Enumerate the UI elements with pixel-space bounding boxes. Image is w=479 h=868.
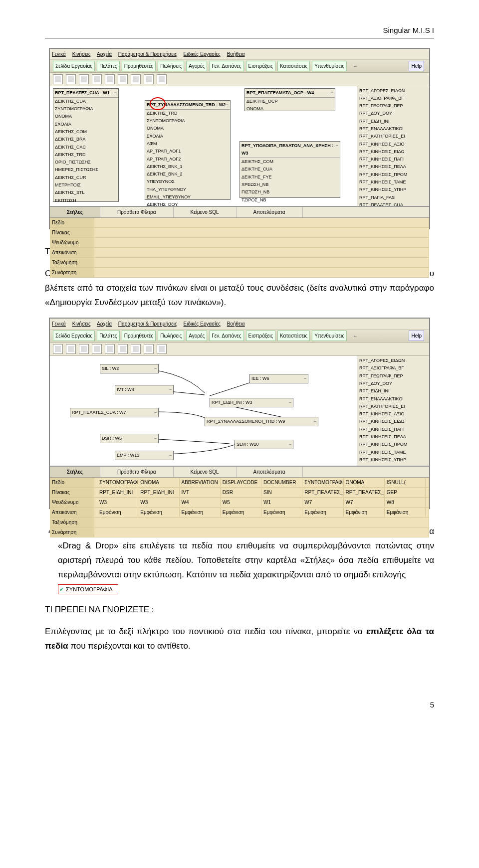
field-row[interactable]: ΤΗΛ_ΥΠΕΥΘΥΝΟΥ <box>145 186 230 193</box>
side-list-item[interactable]: RPT_ΑΓΟΡΕΣ_ΕΙΔΩΝ <box>358 87 428 95</box>
bottom-tab[interactable]: Κείμενο SQL <box>174 207 237 217</box>
field-row[interactable]: ΔΕΙΚΤΗΣ_COM <box>53 128 118 136</box>
field-row[interactable]: ΣΥΝΤΟΜΟΓΡΑΦΙΑ <box>53 105 118 113</box>
field-row[interactable]: ΔΕΙΚΤΗΣ_OCP <box>245 98 335 105</box>
side-list-item[interactable]: RPT_ΚΙΝΗΣΕΙΣ_ΠΑΓΙ <box>358 426 428 433</box>
grid-cell[interactable]: Εμφάνιση <box>138 508 179 517</box>
side-list-item[interactable]: RPT_ΕΝΑΛΛΑΚΤΙΚΟΙ <box>358 125 428 133</box>
side-list-item[interactable]: RPT_ΑΞΙΟΓΡΑΦΑ_ΒΓ <box>358 95 428 102</box>
field-row[interactable]: ΕΚΠΤΩΣΗ <box>53 197 118 204</box>
tables-side-list[interactable]: RPT_ΑΓΟΡΕΣ_ΕΙΔΩΝRPT_ΑΞΙΟΓΡΑΦΑ_ΒΓRPT_ΓΕΩΓ… <box>357 356 429 466</box>
design-canvas[interactable]: SIL : W2− IVT : W4− RPT_ΠΕΛΑΤΕΣ_CUA : W7… <box>50 356 357 466</box>
grid-cell[interactable]: GEP <box>385 488 426 497</box>
field-row[interactable]: ΟΡΙΟ_ΠΙΣΤΩΣΗΣ <box>53 159 118 166</box>
menu-item[interactable]: Παράμετροι & Προτιμήσεις <box>118 51 177 57</box>
collapse-icon[interactable]: − <box>336 142 338 158</box>
field-row[interactable]: ΔΕΙΚΤΗΣ_CUA <box>240 166 340 173</box>
grid-cell[interactable]: IVT <box>180 488 221 497</box>
toolbar-icon[interactable] <box>66 344 76 354</box>
side-list-item[interactable]: RPT_ΚΙΝΗΣΕΙΣ_ΠΕΛΑ <box>358 163 428 171</box>
field-row[interactable]: ΑΡ_ΤΡΑΠ_ΛΟΓ2 <box>145 156 230 163</box>
tables-side-list[interactable]: RPT_ΑΓΟΡΕΣ_ΕΙΔΩΝRPT_ΑΞΙΟΓΡΑΦΑ_ΒΓRPT_ΓΕΩΓ… <box>357 86 429 206</box>
grid-cell[interactable]: ΟΝΟΜΑ <box>138 478 179 487</box>
toolbar-icon[interactable] <box>144 344 154 354</box>
table-node[interactable]: IVT : W4− <box>115 385 174 394</box>
menu-item[interactable]: Βοήθεια <box>227 51 245 57</box>
menu-item[interactable]: Γενικά <box>52 51 66 57</box>
tab[interactable]: Σελίδα Εργασίας <box>53 331 95 341</box>
grid-cell[interactable]: W7 <box>302 498 343 507</box>
grid-cell[interactable]: Εμφάνιση <box>344 508 385 517</box>
field-row[interactable]: ΟΝΟΜΑ <box>245 105 335 113</box>
field-row[interactable]: ΔΕΙΚΤΗΣ_CUR <box>53 174 118 181</box>
toolbar-icon[interactable] <box>53 344 63 354</box>
side-list-item[interactable]: RPT_ΚΙΝΗΣΕΙΣ_ΠΡΟΜ <box>358 171 428 178</box>
menu-item[interactable]: Γενικά <box>52 321 66 327</box>
field-row[interactable]: ΟΝΟΜΑ <box>145 125 230 132</box>
field-row[interactable]: ΔΕΙΚΤΗΣ_BRA <box>53 136 118 143</box>
toolbar-icon[interactable] <box>157 344 167 354</box>
bottom-tab[interactable]: Στήλες <box>50 467 100 477</box>
toolbar-icon[interactable] <box>53 74 63 84</box>
grid-cell[interactable]: W4 <box>180 498 221 507</box>
tab[interactable]: Προμηθευτές <box>122 331 156 341</box>
side-list-item[interactable]: RPT_ΚΑΤΗΓΟΡΙΕΣ_ΕΙ <box>358 403 428 410</box>
grid-cell[interactable]: W3 <box>138 498 179 507</box>
collapse-icon[interactable]: − <box>226 101 229 109</box>
side-list-item[interactable]: RPT_ΚΙΝΗΣΕΙΣ_ΥΠΗΡ <box>358 186 428 193</box>
tab[interactable]: Πωλήσεις <box>158 331 184 341</box>
tab[interactable]: Πελάτες <box>97 61 120 71</box>
grid-cell[interactable]: W5 <box>221 498 261 507</box>
menu-item[interactable]: Κινήσεις <box>72 51 91 57</box>
table-box-trd[interactable]: RPT_ΣΥΝΑΛΛΑΣΣΟΜΕΝΟΙ_TRD : W2− ΔΕΙΚΤΗΣ_TR… <box>145 100 231 200</box>
side-list-item[interactable]: RPT_ΔΟΥ_DOY <box>358 110 428 117</box>
design-canvas[interactable]: RPT_ΠΕΛΑΤΕΣ_CUA : W1− ΔΕΙΚΤΗΣ_CUAΣΥΝΤΟΜΟ… <box>50 86 357 206</box>
side-list-item[interactable]: RPT_ΚΑΤΗΓΟΡΙΕΣ_ΕΙ <box>358 133 428 140</box>
back-arrow-icon[interactable]: ← <box>353 332 358 340</box>
side-list-item[interactable]: RPT_ΕΝΑΛΛΑΚΤΙΚΟΙ <box>358 395 428 403</box>
grid-cell[interactable]: ΟΝΟΜΑ <box>344 478 385 487</box>
help-button[interactable]: Help <box>409 61 424 71</box>
tab[interactable]: Πωλήσεις <box>158 61 184 71</box>
toolbar-icon[interactable] <box>144 74 154 84</box>
field-row[interactable]: ΔΕΙΚΤΗΣ_COM <box>240 158 340 166</box>
field-row[interactable]: ΔΕΙΚΤΗΣ_CUA <box>53 98 118 105</box>
grid-cell[interactable]: DSR <box>221 488 261 497</box>
grid-cell[interactable]: W7 <box>344 498 385 507</box>
table-node[interactable]: RPT_ΣΥΝΑΛΛΑΣΣΟΜΕΝΟΙ_TRD : W9− <box>205 417 318 426</box>
field-row[interactable]: ΑΦΜ <box>145 140 230 148</box>
field-row[interactable]: ΗΜΕΡΕΣ_ΠΙΣΤΩΣΗΣ <box>53 166 118 174</box>
grid-cell[interactable]: Εμφάνιση <box>302 508 343 517</box>
grid-cell[interactable]: ISNULL( <box>385 478 426 487</box>
tab[interactable]: Προμηθευτές <box>122 61 156 71</box>
tab[interactable]: Καταστάσεις <box>277 61 310 71</box>
side-list-item[interactable]: RPT_ΠΑΓΙΑ_FAS <box>358 194 428 201</box>
side-list-item[interactable]: RPT_ΚΙΝΗΣΕΙΣ_ΧΡΕΩ <box>358 464 428 466</box>
toolbar-icon[interactable] <box>118 344 128 354</box>
field-row[interactable]: ΑΝΕΞ_ΑΞΙΟΓΡΑΦΑ_NB <box>240 204 340 206</box>
grid-cell[interactable]: RPT_ΠΕΛΑΤΕΣ_CUA <box>344 488 385 497</box>
grid-cell[interactable]: SIN <box>261 488 302 497</box>
table-node[interactable]: EMP : W11− <box>115 451 174 460</box>
tab[interactable]: Καταστάσεις <box>277 331 310 341</box>
grid-cell[interactable]: RPT_ΠΕΛΑΤΕΣ_CUA <box>302 488 343 497</box>
menu-item[interactable]: Ειδικές Εργασίες <box>183 321 221 327</box>
side-list-item[interactable]: RPT_ΚΙΝΗΣΕΙΣ_ΑΞΙΟ <box>358 141 428 148</box>
table-node[interactable]: IEE : W6− <box>249 374 308 383</box>
field-row[interactable]: ΔΕΙΚΤΗΣ_BNK_1 <box>145 163 230 171</box>
back-arrow-icon[interactable]: ← <box>353 62 358 70</box>
grid-cell[interactable]: Εμφάνιση <box>261 508 302 517</box>
tab[interactable]: Εισπράξεις <box>246 61 275 71</box>
table-box-ypoloipa[interactable]: RPT_ΥΠΟΛΟΙΠΑ_ΠΕΛΑΤΩΝ_ΑΝΑ_ΧΡΗΣΗ : W3− ΔΕΙ… <box>240 141 340 198</box>
tab[interactable]: Υπενθυμίσεις <box>312 61 347 71</box>
side-list-item[interactable]: RPT_ΚΙΝΗΣΕΙΣ_ΠΡΟΜ <box>358 441 428 448</box>
side-list-item[interactable]: RPT_ΕΙΔΗ_INI <box>358 118 428 125</box>
help-button[interactable]: Help <box>409 331 424 341</box>
tab[interactable]: Πελάτες <box>97 331 120 341</box>
side-list-item[interactable]: RPT_ΓΕΩΓΡΑΦ_ΠΕΡ <box>358 372 428 380</box>
grid-cell[interactable]: DISPLAYCODE <box>221 478 261 487</box>
field-row[interactable]: ΔΕΙΚΤΗΣ_SHV <box>53 204 118 206</box>
side-list-item[interactable]: RPT_ΚΙΝΗΣΕΙΣ_ΑΞΙΟ <box>358 410 428 418</box>
field-row[interactable]: ΔΕΙΚΤΗΣ_CAC <box>53 144 118 151</box>
grid-cell[interactable]: Εμφάνιση <box>97 508 138 517</box>
